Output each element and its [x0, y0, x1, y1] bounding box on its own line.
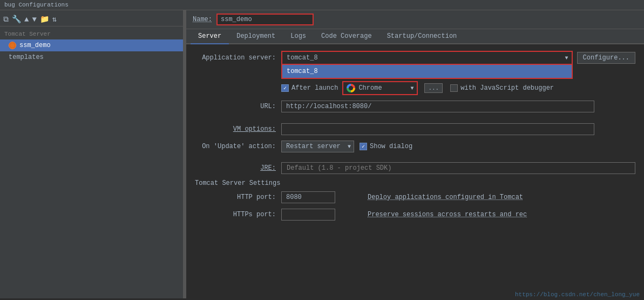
vm-options-row: VM options:	[195, 123, 635, 135]
https-port-label: HTTPs port:	[195, 211, 281, 218]
settings-icon[interactable]: 🔧	[12, 15, 21, 24]
js-debugger-label: with JavaScript debugger	[460, 84, 554, 92]
show-dialog-label: Show dialog	[370, 143, 412, 150]
after-launch-checkbox[interactable]	[281, 84, 289, 92]
tomcat-icon	[9, 42, 16, 49]
tabs-bar: Server Deployment Logs Code Coverage Sta…	[186, 29, 644, 44]
app-server-row: Application server: tomcat_8 ▼ tomcat_8	[195, 51, 635, 65]
url-input[interactable]	[281, 101, 594, 112]
name-bar: Name:	[186, 10, 644, 29]
browser-row: After launch Chrome ▼ ... with JavaScrip…	[281, 81, 635, 95]
deploy-apps-label: Deploy applications configured in Tomcat	[368, 194, 523, 201]
on-update-label: On 'Update' action:	[195, 143, 281, 150]
up-icon[interactable]: ▲	[24, 15, 29, 24]
app-server-dropdown-container: tomcat_8 ▼ tomcat_8	[281, 51, 573, 65]
watermark: https://blog.csdn.net/chen_long_yue	[515, 291, 640, 298]
show-dialog-checkbox[interactable]	[360, 143, 367, 150]
sidebar-section-tomcat: Tomcat Server	[0, 29, 183, 39]
tomcat-settings-label: Tomcat Server Settings	[195, 179, 635, 187]
https-port-input[interactable]	[281, 209, 335, 221]
browser-dropdown-arrow-icon: ▼	[410, 85, 413, 91]
tab-server[interactable]: Server	[191, 29, 229, 44]
http-port-input[interactable]	[281, 191, 335, 203]
after-launch-label: After launch	[292, 84, 338, 92]
folder-icon[interactable]: 📁	[40, 15, 49, 24]
vm-options-label: VM options:	[195, 125, 281, 133]
down-icon[interactable]: ▼	[32, 15, 36, 24]
app-server-select-wrap: tomcat_8 ▼	[281, 51, 573, 65]
http-port-row: HTTP port: Deploy applications configure…	[195, 191, 635, 203]
on-update-select[interactable]: Restart server	[281, 141, 354, 152]
server-tab-content: Application server: tomcat_8 ▼ tomcat_8	[186, 44, 644, 298]
sidebar-item-ssm-demo[interactable]: ssm_demo	[0, 39, 183, 51]
js-debugger-checkbox[interactable]	[450, 84, 458, 92]
app-server-select[interactable]: tomcat_8	[281, 51, 573, 65]
tab-logs[interactable]: Logs	[283, 29, 314, 44]
copy-icon[interactable]: ⧉	[3, 15, 9, 24]
name-label: Name:	[193, 16, 212, 23]
browser-name-label: Chrome	[358, 84, 382, 92]
url-label: URL:	[195, 103, 281, 110]
tab-deployment[interactable]: Deployment	[229, 29, 283, 44]
sidebar-item-templates[interactable]: templates	[0, 51, 183, 63]
jre-row: JRE: Default (1.8 - project SDK)	[195, 162, 635, 174]
tab-code-coverage[interactable]: Code Coverage	[314, 29, 379, 44]
ellipsis-button[interactable]: ...	[424, 83, 443, 93]
on-update-select-wrap: Restart server ▼	[281, 141, 354, 152]
http-port-label: HTTP port:	[195, 194, 281, 201]
preserve-sessions-label: Preserve sessions across restarts and re…	[368, 211, 527, 218]
vm-options-input[interactable]	[281, 123, 594, 135]
title-text: bug Configurations	[4, 2, 69, 8]
sidebar-item-label-ssm-demo: ssm_demo	[19, 42, 51, 49]
right-panel: Name: Server Deployment Logs Code Covera…	[186, 10, 644, 298]
tab-startup-connection[interactable]: Startup/Connection	[379, 29, 465, 44]
url-row: URL:	[195, 101, 635, 112]
on-update-row: On 'Update' action: Restart server ▼ Sho…	[195, 141, 635, 152]
chrome-icon	[347, 84, 355, 92]
title-bar: bug Configurations	[0, 0, 644, 10]
js-debugger-wrap: with JavaScript debugger	[450, 84, 554, 92]
sidebar: ⧉ 🔧 ▲ ▼ 📁 ⇅ Tomcat Server ssm_demo templ…	[0, 10, 184, 298]
dropdown-option-tomcat8[interactable]: tomcat_8	[282, 65, 572, 78]
name-input[interactable]	[216, 14, 314, 25]
sidebar-item-label-templates: templates	[9, 54, 44, 61]
after-launch-wrap: After launch	[281, 84, 338, 92]
configure-button[interactable]: Configure...	[577, 52, 635, 64]
sort-icon[interactable]: ⇅	[52, 15, 57, 24]
https-port-row: HTTPs port: Preserve sessions across res…	[195, 209, 635, 221]
jre-input[interactable]	[281, 162, 635, 174]
show-dialog-wrap: Show dialog	[360, 143, 412, 150]
sidebar-toolbar: ⧉ 🔧 ▲ ▼ 📁 ⇅	[0, 12, 183, 26]
browser-select[interactable]: Chrome ▼	[342, 81, 418, 95]
app-server-dropdown-open: tomcat_8	[281, 65, 573, 79]
app-server-label: Application server:	[195, 54, 281, 62]
jre-label: JRE:	[195, 164, 281, 172]
